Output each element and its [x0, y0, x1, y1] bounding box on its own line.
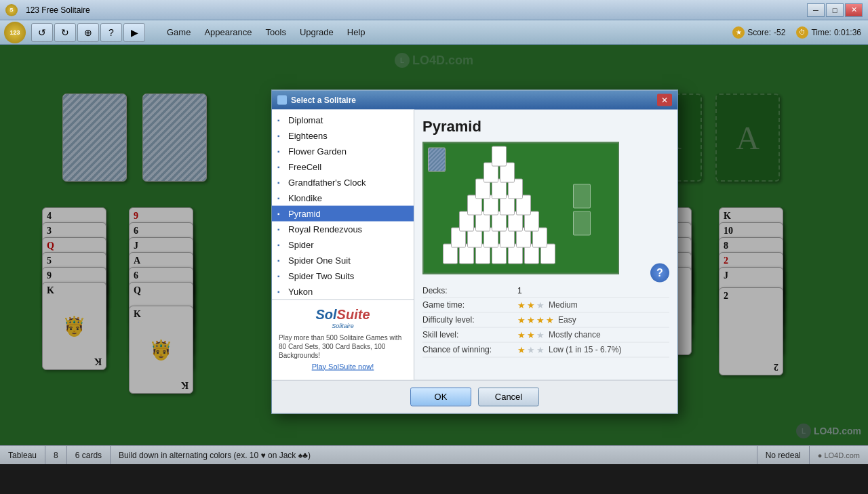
star-2: ★ — [527, 344, 535, 354]
status-redeal: No redeal — [757, 446, 810, 464]
status-redeal-text: No redeal — [766, 451, 801, 460]
game-preview-title: Pyramid — [422, 117, 669, 135]
chance-text: Low (1 in 15 - 6.7%) — [549, 345, 621, 354]
solsuite-ad: SolSuite Solitaire Play more than 500 So… — [272, 299, 414, 377]
game-stats: Decks: 1 Game time: ★ ★ ★ Medium — [422, 283, 669, 357]
status-lo4d: ● LO4D.com — [810, 446, 868, 464]
preview-card — [492, 146, 507, 166]
menu-appearance[interactable]: Appearance — [197, 25, 258, 39]
status-bar: Tableau 8 6 cards Build down in alternat… — [0, 445, 868, 464]
toolbar-btn-play[interactable]: ▶ — [123, 23, 145, 42]
skill-text: Mostly chance — [549, 330, 601, 339]
game-list-item-yukon[interactable]: Yukon — [272, 283, 414, 299]
difficulty-text: Easy — [558, 315, 576, 325]
minimize-button[interactable]: ─ — [807, 3, 825, 17]
chance-label: Chance of winning: — [422, 345, 517, 354]
game-list-item-freecell[interactable]: FreeCell — [272, 159, 414, 174]
menu-tools[interactable]: Tools — [259, 25, 293, 39]
time-label: Time: — [811, 28, 831, 37]
star-3: ★ — [536, 300, 545, 310]
solsuite-tagline: Solitaire — [279, 322, 407, 329]
game-time-stars: ★ ★ ★ — [517, 300, 545, 310]
toolbar-btn-new[interactable]: ⊕ — [77, 23, 99, 42]
game-list-item-grandfathers-clock[interactable]: Grandfather's Clock — [272, 174, 414, 190]
ad-link[interactable]: Play SolSuite now! — [279, 362, 407, 370]
game-list-item-spider-two-suits[interactable]: Spider Two Suits — [272, 268, 414, 283]
dialog-icon — [277, 95, 287, 104]
preview-placeholder-2 — [573, 211, 591, 235]
menu-bar: Game Appearance Tools Upgrade Help ★ Sco… — [146, 23, 864, 42]
dialog-title-bar: Select a Solitaire ✕ — [272, 90, 677, 109]
dialog-footer: OK Cancel — [272, 379, 677, 413]
menu-upgrade[interactable]: Upgrade — [293, 25, 340, 39]
solsuite-logo: SolSuite — [279, 306, 407, 322]
preview-placeholder-1 — [573, 184, 591, 208]
game-list-item-diplomat[interactable]: Diplomat — [272, 112, 414, 127]
preview-deck — [428, 147, 446, 171]
skill-label: Skill level: — [422, 330, 517, 339]
game-list-item-spider[interactable]: Spider — [272, 236, 414, 252]
difficulty-label: Difficulty level: — [422, 315, 517, 325]
toolbar-btn-redo[interactable]: ↻ — [54, 23, 76, 42]
score-label: Score: — [747, 28, 771, 37]
star-1: ★ — [517, 300, 526, 310]
star-2: ★ — [527, 329, 535, 339]
cancel-button[interactable]: Cancel — [478, 387, 539, 406]
select-solitaire-dialog: Select a Solitaire ✕ Diplomat Eighteens … — [271, 89, 678, 413]
star-3: ★ — [536, 329, 545, 339]
status-columns-value: 8 — [54, 451, 58, 460]
window-title: 123 Free Solitaire — [26, 5, 90, 15]
game-list-item-eighteens[interactable]: Eighteens — [272, 127, 414, 143]
decks-value: 1 — [517, 285, 538, 295]
menu-help[interactable]: Help — [340, 25, 372, 39]
status-cards: 6 cards — [67, 446, 111, 464]
toolbar-btn-help[interactable]: ? — [100, 23, 122, 42]
game-list-item-spider-one-suit[interactable]: Spider One Suit — [272, 252, 414, 268]
dialog-close-button[interactable]: ✕ — [657, 94, 672, 106]
decks-label: Decks: — [422, 285, 517, 295]
game-preview-image — [422, 142, 619, 274]
game-time-label: Game time: — [422, 300, 517, 310]
app-logo: 123 — [4, 22, 26, 43]
title-bar: S 123 Free Solitaire ─ □ ✕ — [0, 0, 868, 20]
status-rule: Build down in alternating colors (ex. 10… — [111, 446, 757, 464]
time-icon: ⏱ — [796, 26, 808, 39]
star-4: ★ — [546, 314, 554, 325]
star-1: ★ — [517, 344, 526, 354]
chance-stars: ★ ★ ★ — [517, 344, 545, 354]
status-tableau: Tableau — [0, 446, 45, 464]
status-columns: 8 — [45, 446, 67, 464]
status-cards-value: 6 cards — [75, 451, 102, 460]
star-2: ★ — [527, 314, 535, 325]
ok-button[interactable]: OK — [410, 387, 471, 406]
game-list-item-pyramid[interactable]: Pyramid — [272, 205, 414, 221]
game-list-panel: Diplomat Eighteens Flower Garden FreeCel… — [272, 109, 414, 379]
game-list-item-royal-rendezvous[interactable]: Royal Rendezvous — [272, 221, 414, 236]
star-1: ★ — [517, 314, 526, 325]
ad-text: Play more than 500 Solitaire Games with … — [279, 333, 407, 359]
game-area: L LO4D.com A A A A 4 ♠ 3 Q 👑 5 9 — [0, 45, 868, 445]
maximize-button[interactable]: □ — [826, 3, 844, 17]
difficulty-stars: ★ ★ ★ ★ — [517, 314, 554, 325]
game-time-text: Medium — [549, 300, 578, 310]
star-1: ★ — [517, 329, 526, 339]
score-icon: ★ — [732, 26, 745, 39]
game-list-item-klondike[interactable]: Klondike — [272, 190, 414, 205]
toolbar: 123 ↺ ↻ ⊕ ? ▶ Game Appearance Tools Upgr… — [0, 20, 868, 45]
toolbar-btn-undo[interactable]: ↺ — [31, 23, 53, 42]
status-tableau-label: Tableau — [8, 451, 37, 460]
star-3: ★ — [536, 344, 545, 354]
dialog-title: Select a Solitaire — [291, 95, 356, 104]
star-3: ★ — [536, 314, 545, 325]
game-list-item-flower-garden[interactable]: Flower Garden — [272, 143, 414, 159]
star-2: ★ — [527, 300, 535, 310]
menu-game[interactable]: Game — [160, 25, 197, 39]
app-icon: S — [5, 4, 18, 16]
help-button[interactable]: ? — [650, 263, 669, 282]
time-value: 0:01:36 — [834, 28, 861, 37]
skill-stars: ★ ★ ★ — [517, 329, 545, 339]
close-button[interactable]: ✕ — [845, 3, 863, 17]
game-preview-panel: Pyramid — [414, 109, 677, 379]
score-value: -52 — [774, 28, 785, 37]
status-rule-text: Build down in alternating colors (ex. 10… — [119, 451, 311, 460]
